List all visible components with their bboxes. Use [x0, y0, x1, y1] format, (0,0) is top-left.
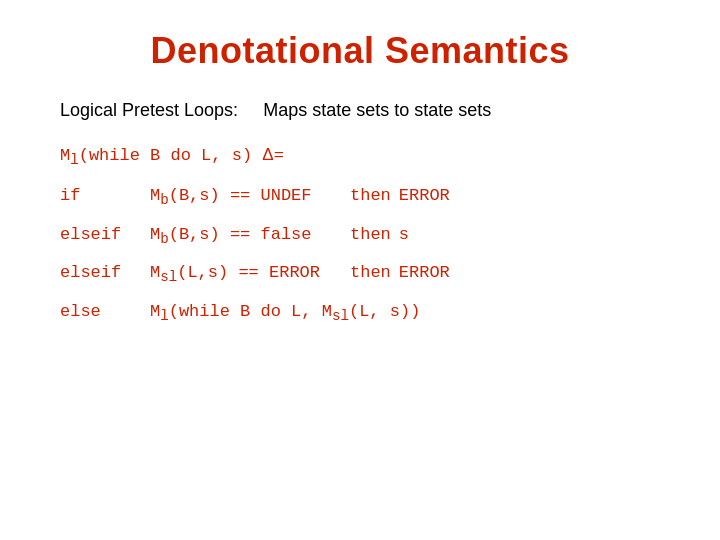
keyword-elseif-2: elseif: [60, 263, 150, 282]
subtitle-description: Maps state sets to state sets: [263, 100, 491, 120]
definition-lhs: Ml(while B do L, s) Δ=: [50, 145, 670, 168]
delta-symbol: Δ: [262, 145, 273, 164]
keyword-else: else: [60, 302, 150, 321]
then-keyword-1: then: [350, 186, 391, 205]
msl-sub-else: sl: [332, 308, 349, 324]
condition-elseif-1: Mb(B,s) == false: [150, 225, 350, 247]
ml-sub-else: l: [160, 308, 169, 324]
condition-if: Mb(B,s) == UNDEF: [150, 186, 350, 208]
row-if: if Mb(B,s) == UNDEF then ERROR: [60, 186, 670, 208]
subtitle-label: Logical Pretest Loops:: [60, 100, 238, 120]
msl-sub-1: sl: [160, 270, 177, 286]
result-if: ERROR: [399, 186, 450, 205]
keyword-elseif-1: elseif: [60, 225, 150, 244]
condition-elseif-2: Msl(L,s) == ERROR: [150, 263, 350, 285]
result-elseif-1: s: [399, 225, 409, 244]
condition-else: Ml(while B do L, Msl(L, s)): [150, 302, 420, 324]
slide: Denotational Semantics Logical Pretest L…: [0, 0, 720, 540]
keyword-if: if: [60, 186, 150, 205]
m-subscript: l: [70, 152, 79, 168]
subtitle: Logical Pretest Loops: Maps state sets t…: [50, 100, 670, 121]
then-keyword-3: then: [350, 263, 391, 282]
row-else: else Ml(while B do L, Msl(L, s)): [60, 302, 670, 324]
result-elseif-2: ERROR: [399, 263, 450, 282]
then-keyword-2: then: [350, 225, 391, 244]
rows-container: if Mb(B,s) == UNDEF then ERROR elseif Mb…: [50, 186, 670, 324]
mb-sub-2: b: [160, 231, 169, 247]
slide-title: Denotational Semantics: [50, 30, 670, 72]
row-elseif-error: elseif Msl(L,s) == ERROR then ERROR: [60, 263, 670, 285]
row-elseif-false: elseif Mb(B,s) == false then s: [60, 225, 670, 247]
mb-sub-1: b: [160, 193, 169, 209]
